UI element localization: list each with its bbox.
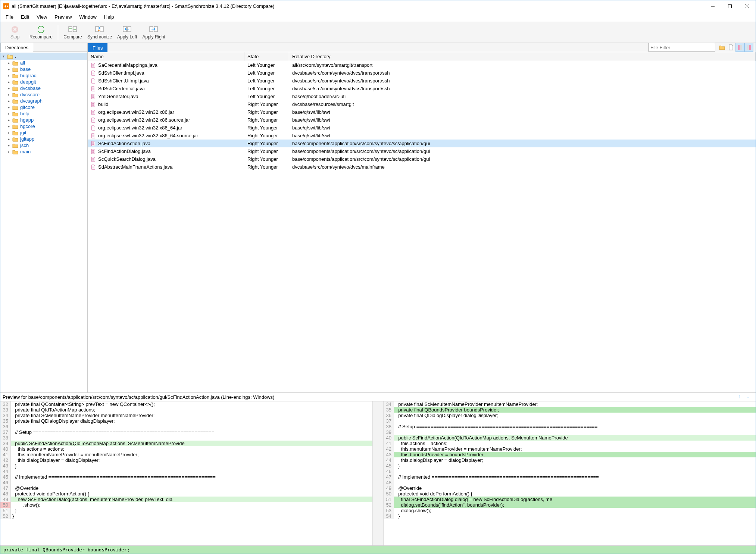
svg-rect-12: [96, 26, 99, 32]
tree-item-hgapp[interactable]: ▸hgapp: [0, 117, 87, 123]
tree-item-jgitapp[interactable]: ▸jgitapp: [0, 136, 87, 142]
file-table-header: Name State Relative Directory: [88, 52, 756, 61]
table-row[interactable]: buildRight Youngerdvcsbase/resources/sma…: [88, 100, 756, 108]
table-row[interactable]: ScQuickSearchDialog.javaRight Youngerbas…: [88, 155, 756, 163]
table-row[interactable]: org.eclipse.swt.win32.win32.x86_64.sourc…: [88, 132, 756, 140]
table-row[interactable]: SdSshClientImpl.javaLeft Youngerdvcsbase…: [88, 69, 756, 77]
recompare-button[interactable]: Recompare: [27, 24, 55, 41]
svg-rect-25: [747, 45, 749, 50]
col-header-dir[interactable]: Relative Directory: [289, 52, 756, 61]
diff-line: 49 @Override: [384, 485, 756, 491]
diff-left-pane[interactable]: 32 private final QContainer<String> prev…: [0, 401, 372, 545]
close-button[interactable]: [738, 1, 756, 12]
diff-right-pane[interactable]: 34 private final ScMenuItemNameProvider …: [384, 401, 756, 545]
toolbar-separator: [58, 25, 58, 40]
table-row[interactable]: SdAbstractMainFrameActions.javaRight You…: [88, 163, 756, 171]
diff-line: 38 // Setup ============================…: [384, 424, 756, 429]
table-row[interactable]: SdSshClientUiImpl.javaLeft Youngerdvcsba…: [88, 77, 756, 85]
table-row[interactable]: org.eclipse.swt.win32.win32.x86_64.jarRi…: [88, 124, 756, 132]
diff-line: 40 public ScFindActionAction(QIdToAction…: [384, 435, 756, 441]
table-row[interactable]: YmlGenerator.javaLeft Youngerbase/q/boot…: [88, 93, 756, 100]
diff-line: 52 dialog.setBounds("findAction", bounds…: [384, 502, 756, 508]
directory-tree[interactable]: ▾.▸all▸base▸bugtraq▸deepgit▸dvcsbase▸dvc…: [0, 52, 87, 392]
diff-line: 35 private final QBoundsProvider boundsP…: [384, 407, 756, 413]
tree-item-dvcsgraph[interactable]: ▸dvcsgraph: [0, 98, 87, 104]
table-row[interactable]: ScFindActionDialog.javaRight Youngerbase…: [88, 147, 756, 155]
menu-view[interactable]: View: [33, 13, 51, 21]
menu-help[interactable]: Help: [100, 13, 118, 21]
maximize-button[interactable]: [721, 1, 738, 12]
window-title: all (SmartGit master) [E:\java\all-toget…: [12, 3, 704, 9]
diff-line: 45 }: [384, 463, 756, 469]
svg-rect-24: [740, 45, 742, 50]
tree-item-help[interactable]: ▸help: [0, 110, 87, 117]
diff-line: 34 private final ScMenuItemNameProvider …: [0, 413, 372, 418]
tree-item-hgcore[interactable]: ▸hgcore: [0, 123, 87, 129]
table-row[interactable]: ScFindActionAction.javaRight Youngerbase…: [88, 140, 756, 147]
tree-item-deepgit[interactable]: ▸deepgit: [0, 79, 87, 85]
diff-line: 39 public ScFindActionAction(QIdToAction…: [0, 441, 372, 446]
diff-line: 44 this.dialogDisplayer = dialogDisplaye…: [384, 457, 756, 463]
file-filter-box[interactable]: [648, 43, 715, 52]
diff-line: 50 protected void doPerformAction() {: [384, 491, 756, 497]
menu-file[interactable]: File: [2, 13, 17, 21]
directories-tab[interactable]: Directories: [0, 43, 33, 52]
diff-line: 37: [384, 418, 756, 424]
folder-icon: [719, 45, 725, 50]
compare-button[interactable]: Compare: [61, 24, 84, 41]
table-row[interactable]: SdSshCredential.javaLeft Youngerdvcsbase…: [88, 85, 756, 93]
col-header-name[interactable]: Name: [88, 52, 244, 61]
file-filter-input[interactable]: [650, 45, 713, 50]
filter-right-button[interactable]: [744, 43, 753, 52]
file-table[interactable]: Name State Relative Directory SaCredenti…: [88, 52, 756, 392]
tree-item-jsch[interactable]: ▸jsch: [0, 142, 87, 148]
filter-file-button[interactable]: [727, 43, 735, 52]
tree-item-all[interactable]: ▸all: [0, 60, 87, 66]
prev-diff-button[interactable]: ↑: [738, 394, 745, 400]
minimize-button[interactable]: [704, 1, 721, 12]
menu-edit[interactable]: Edit: [17, 13, 33, 21]
tree-item-jgit[interactable]: ▸jgit: [0, 129, 87, 136]
tree-root[interactable]: ▾.: [0, 53, 87, 60]
apply-left-button[interactable]: Apply Left: [115, 24, 139, 41]
diff-line: 46: [0, 480, 372, 485]
tree-item-base[interactable]: ▸base: [0, 66, 87, 72]
next-diff-button[interactable]: ↓: [747, 394, 753, 400]
files-panel-header: Files: [88, 43, 756, 52]
tree-item-bugtraq[interactable]: ▸bugtraq: [0, 72, 87, 79]
tree-item-gitcore[interactable]: ▸gitcore: [0, 104, 87, 110]
filter-folder-button[interactable]: [718, 43, 727, 52]
tree-item-main[interactable]: ▸main: [0, 148, 87, 155]
diff-area: 32 private final QContainer<String> prev…: [0, 401, 756, 545]
diff-line: 54 }: [384, 513, 756, 519]
table-row[interactable]: org.eclipse.swt.win32.win32.x86.source.j…: [88, 116, 756, 124]
diff-line: 48: [384, 480, 756, 485]
stop-icon: [11, 26, 19, 33]
synchronize-button[interactable]: Synchronize: [85, 24, 114, 41]
tree-item-dvcsbase[interactable]: ▸dvcsbase: [0, 85, 87, 91]
clear-filter-icon[interactable]: [713, 45, 713, 50]
diff-line: 42 this.dialogDisplayer = dialogDisplaye…: [0, 457, 372, 463]
preview-nav: ↑ ↓: [738, 394, 753, 400]
menu-preview[interactable]: Preview: [51, 13, 75, 21]
tree-item-dvcscore[interactable]: ▸dvcscore: [0, 91, 87, 98]
directories-panel: Directories ▾.▸all▸base▸bugtraq▸deepgit▸…: [0, 43, 88, 392]
diff-line: 46: [384, 469, 756, 474]
col-header-state[interactable]: State: [244, 52, 289, 61]
table-row[interactable]: SaCredentialMappings.javaLeft Youngerall…: [88, 61, 756, 69]
apply-right-button[interactable]: Apply Right: [140, 24, 167, 41]
stop-button[interactable]: Stop: [3, 24, 26, 41]
diff-line: 41 this.actions = actions;: [384, 441, 756, 446]
diff-line: 51 }: [0, 508, 372, 513]
window-controls: [704, 1, 756, 12]
diff-line: 47 // Implemented ======================…: [384, 474, 756, 480]
table-row[interactable]: org.eclipse.swt.win32.win32.x86.jarRight…: [88, 108, 756, 116]
files-tab[interactable]: Files: [88, 43, 107, 52]
svg-rect-8: [69, 26, 72, 32]
diff-line: 41 this.menuItemNameProvider = menuItemN…: [0, 452, 372, 457]
svg-rect-26: [749, 45, 751, 50]
filter-left-button[interactable]: [735, 43, 744, 52]
menu-window[interactable]: Window: [76, 13, 100, 21]
svg-rect-13: [100, 26, 103, 32]
diff-line: 38: [0, 435, 372, 441]
